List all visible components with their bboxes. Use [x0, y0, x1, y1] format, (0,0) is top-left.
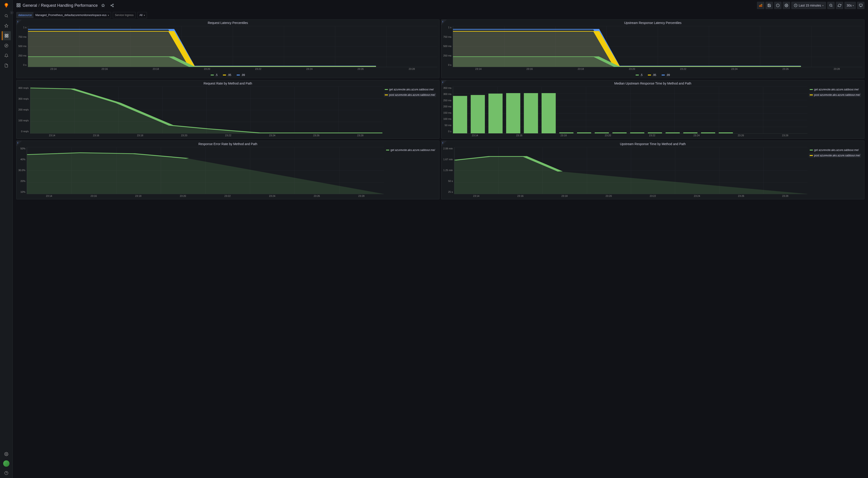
chart-legend: .5 .95 .99 — [441, 72, 864, 78]
dashboard-insights-button[interactable] — [774, 2, 781, 9]
svg-rect-4 — [7, 34, 8, 35]
svg-rect-44 — [559, 132, 574, 133]
chart-plot[interactable] — [453, 26, 862, 67]
svg-line-20 — [112, 6, 113, 6]
legend-item[interactable]: get azurevote.aks.azure.sabbour.me/ — [385, 148, 436, 152]
svg-line-21 — [112, 4, 113, 5]
chevron-down-icon: ▾ — [852, 4, 854, 7]
svg-rect-41 — [506, 93, 520, 133]
x-axis: 23:1423:1623:1823:2023:2223:2423:2623:28 — [30, 134, 382, 137]
chart-plot[interactable] — [28, 26, 437, 67]
share-dashboard-button[interactable] — [108, 2, 116, 9]
nav-search[interactable] — [2, 11, 11, 20]
x-axis: 23:1423:1623:1823:2023:2223:2423:2623:28 — [453, 67, 862, 70]
svg-rect-43 — [541, 93, 556, 133]
time-range-label: Last 15 minutes — [799, 4, 821, 7]
svg-rect-39 — [471, 95, 485, 133]
view-mode-button[interactable] — [857, 2, 864, 9]
svg-rect-23 — [760, 5, 761, 6]
y-axis: 1 s750 ms500 ms250 ms0 s — [18, 26, 28, 70]
refresh-interval-label: 30s — [846, 4, 852, 7]
page-title[interactable]: Request Handling Performance — [41, 3, 98, 8]
chart-plot[interactable] — [454, 147, 807, 194]
legend-item[interactable]: post azurevote.aks.azure.sabbour.me/ — [384, 93, 436, 97]
nav-configuration[interactable] — [2, 449, 11, 458]
panel-info-icon[interactable]: i — [441, 20, 447, 25]
panel-info-icon[interactable]: i — [441, 141, 447, 146]
panel-title: Request Latency Percentiles — [17, 20, 439, 25]
panel-info-icon[interactable]: i — [441, 80, 447, 86]
variable-value[interactable]: Managed_Prometheus_defaultazuremonitorwo… — [33, 12, 111, 18]
svg-rect-48 — [630, 132, 645, 133]
y-axis: 350 ms300 ms250 ms200 ms150 ms100 ms50 m… — [443, 87, 453, 137]
svg-rect-50 — [666, 132, 680, 133]
panel-request-latency[interactable]: i Request Latency Percentiles 1 s750 ms5… — [16, 20, 439, 78]
nav-starred[interactable] — [2, 21, 11, 30]
legend-item[interactable]: get azurevote.aks.azure.sabbour.me/ — [809, 148, 861, 152]
legend-item[interactable]: post azurevote.aks.azure.sabbour.me/ — [809, 93, 861, 97]
chart-legend: get azurevote.aks.azure.sabbour.me/ post… — [807, 147, 862, 197]
refresh-interval-picker[interactable]: 30s ▾ — [844, 2, 856, 9]
svg-point-9 — [6, 454, 7, 455]
star-dashboard-button[interactable] — [99, 2, 107, 9]
sidebar: › — [0, 0, 13, 478]
legend-item[interactable]: post azurevote.aks.azure.sabbour.me/ — [809, 154, 861, 158]
panel-request-rate[interactable]: Request Rate by Method and Path 400 req/… — [16, 80, 439, 139]
nav-dashboards[interactable] — [2, 31, 11, 40]
legend-item[interactable]: .5 — [210, 73, 218, 77]
save-dashboard-button[interactable] — [766, 2, 773, 9]
panel-title: Median Upstream Response Time by Method … — [441, 80, 864, 86]
panel-info-icon[interactable]: i — [17, 20, 22, 25]
panel-error-rate[interactable]: i Response Error Rate by Method and Path… — [16, 140, 439, 199]
variable-datasource[interactable]: datasource Managed_Prometheus_defaultazu… — [16, 12, 111, 18]
nav-explore[interactable] — [2, 41, 11, 50]
panel-title: Request Rate by Method and Path — [17, 80, 439, 86]
panel-median-upstream[interactable]: i Median Upstream Response Time by Metho… — [441, 80, 864, 139]
add-panel-button[interactable] — [757, 2, 764, 9]
panel-title: Response Error Rate by Method and Path — [17, 141, 439, 146]
panel-upstream-time[interactable]: i Upstream Response Time by Method and P… — [441, 140, 864, 199]
panel-info-icon[interactable]: i — [17, 141, 22, 146]
variable-value[interactable]: All ▾ — [138, 12, 147, 18]
zoom-out-button[interactable] — [827, 2, 835, 9]
svg-rect-15 — [19, 5, 20, 7]
dashboard-settings-button[interactable] — [783, 2, 790, 9]
chart-plot[interactable] — [30, 87, 382, 134]
breadcrumb-folder[interactable]: General — [23, 3, 37, 8]
legend-item[interactable]: .5 — [635, 73, 643, 77]
svg-point-18 — [111, 5, 112, 6]
legend-item[interactable]: get azurevote.aks.azure.sabbour.me/ — [809, 88, 861, 92]
sidebar-expand-toggle[interactable]: › — [10, 11, 13, 14]
panel-title: Upstream Response Time by Method and Pat… — [441, 141, 864, 146]
chevron-down-icon: ▾ — [144, 14, 145, 17]
nav-help[interactable] — [2, 469, 11, 478]
legend-item[interactable]: get azurevote.aks.azure.sabbour.me/ — [384, 88, 436, 92]
user-avatar[interactable] — [3, 460, 9, 467]
legend-item[interactable]: .95 — [222, 73, 232, 77]
time-range-picker[interactable]: Last 15 minutes ▾ — [792, 2, 826, 9]
y-axis: 2.08 min1.67 min1.25 min50 s25 s — [443, 147, 454, 197]
svg-rect-35 — [859, 4, 862, 6]
variable-ingress[interactable]: Service Ingress — [113, 12, 135, 18]
svg-line-33 — [832, 6, 833, 7]
nav-alerting[interactable] — [2, 51, 11, 60]
chart-legend: get azurevote.aks.azure.sabbour.me/ post… — [382, 87, 437, 137]
grafana-logo[interactable] — [3, 2, 10, 9]
svg-rect-42 — [524, 93, 538, 133]
legend-item[interactable]: .99 — [661, 73, 671, 77]
nav-reports[interactable] — [2, 61, 11, 70]
chart-plot[interactable] — [453, 87, 807, 134]
svg-rect-38 — [453, 96, 467, 133]
svg-point-19 — [113, 6, 114, 7]
variable-ingress-value[interactable]: All ▾ — [137, 12, 147, 18]
legend-item[interactable]: .95 — [647, 73, 657, 77]
refresh-button[interactable] — [836, 2, 843, 9]
legend-item[interactable]: .99 — [236, 73, 246, 77]
chart-plot[interactable] — [27, 147, 383, 194]
breadcrumb-separator: / — [38, 3, 39, 8]
x-axis: 23:1423:1623:1823:2023:2223:2423:2623:28 — [28, 67, 437, 70]
svg-point-30 — [786, 5, 787, 6]
svg-rect-40 — [489, 94, 503, 133]
panel-upstream-latency[interactable]: i Upstream Response Latency Percentiles … — [441, 20, 864, 78]
y-axis: 1 s750 ms500 ms250 ms0 s — [443, 26, 453, 70]
